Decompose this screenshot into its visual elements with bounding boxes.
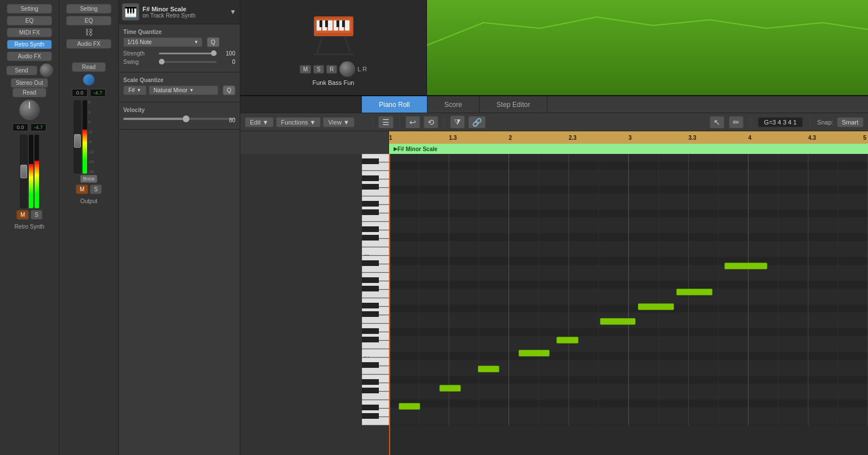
eq-button-right[interactable]: EQ bbox=[66, 16, 111, 25]
fader-left[interactable] bbox=[20, 135, 28, 208]
piano-roll-editor: Piano Roll Score Step Editor Edit ▼ Func… bbox=[240, 96, 868, 455]
fader-section-right: 630-3-6-12-24-48 bbox=[74, 100, 104, 174]
track-arrow-button[interactable]: ▼ bbox=[230, 8, 236, 16]
pencil-btn[interactable]: ✏ bbox=[729, 116, 744, 128]
tab-piano-roll[interactable]: Piano Roll bbox=[362, 96, 427, 113]
functions-button[interactable]: Functions ▼ bbox=[276, 117, 321, 127]
quantize-q-button[interactable]: Q bbox=[207, 37, 219, 47]
svg-rect-60 bbox=[362, 303, 379, 308]
scale-key-dropdown[interactable]: F# ▼ bbox=[123, 85, 146, 95]
link-btn[interactable]: 🔗 bbox=[468, 116, 486, 128]
solo-button-left[interactable]: S bbox=[31, 210, 42, 220]
svg-rect-50 bbox=[362, 158, 379, 164]
meter-fill-right bbox=[83, 130, 87, 174]
strength-slider[interactable] bbox=[159, 53, 217, 54]
fader-handle-left[interactable] bbox=[20, 165, 27, 178]
velocity-slider-container: 80 bbox=[123, 118, 235, 120]
separator-1 bbox=[372, 117, 373, 128]
piano-keys-svg[interactable]: C5 bbox=[362, 154, 389, 426]
mute-btn-track[interactable]: M bbox=[300, 65, 311, 74]
meter-left-2 bbox=[34, 135, 39, 208]
velocity-slider[interactable] bbox=[123, 118, 235, 120]
tab-score[interactable]: Score bbox=[427, 96, 480, 113]
stereo-out-button[interactable]: Stereo Out bbox=[11, 78, 48, 88]
audio-fx-button-left[interactable]: Audio FX bbox=[7, 51, 52, 61]
left-channel-strip: Setting EQ MIDI FX Retro Synth Audio FX … bbox=[0, 0, 59, 455]
level-value-left-1: 0.0 bbox=[12, 123, 28, 131]
svg-rect-59 bbox=[362, 286, 379, 291]
ruler-mark-4: 4 bbox=[748, 135, 752, 141]
setting-button-left[interactable]: Setting bbox=[7, 4, 52, 14]
solo-button-right[interactable]: S bbox=[90, 184, 102, 194]
strength-handle[interactable] bbox=[211, 50, 217, 56]
fader-right[interactable] bbox=[74, 100, 81, 174]
audio-fx-button-right[interactable]: Audio FX bbox=[66, 39, 111, 49]
tab-step-editor[interactable]: Step Editor bbox=[480, 96, 547, 113]
midi-note-8[interactable] bbox=[676, 289, 712, 295]
bounce-label[interactable]: Bnce bbox=[80, 175, 98, 183]
editor-tabs: Piano Roll Score Step Editor bbox=[240, 96, 868, 113]
synth-image bbox=[303, 9, 365, 60]
snap-dropdown[interactable]: Smart bbox=[837, 117, 863, 127]
setting-button-right[interactable]: Setting bbox=[66, 4, 111, 14]
green-region[interactable] bbox=[427, 0, 868, 95]
pan-knob-right[interactable] bbox=[83, 74, 94, 85]
grid-area[interactable] bbox=[389, 154, 868, 455]
midi-note-7[interactable] bbox=[638, 303, 674, 310]
midi-note-1[interactable] bbox=[399, 403, 420, 410]
midi-note-3[interactable] bbox=[478, 366, 499, 372]
grid-svg bbox=[389, 154, 868, 426]
svg-rect-66 bbox=[362, 388, 379, 393]
list-icon-btn[interactable]: ☰ bbox=[378, 116, 394, 128]
read-button-right[interactable]: Read bbox=[72, 62, 106, 72]
piano-roll-area: M S R L R Funk Bass Fun bbox=[240, 0, 868, 455]
send-button[interactable]: Send bbox=[6, 66, 37, 75]
midi-note-6[interactable] bbox=[600, 318, 636, 325]
mute-button-right[interactable]: M bbox=[76, 184, 88, 194]
read-button-left[interactable]: Read bbox=[12, 88, 46, 97]
send-knob[interactable] bbox=[40, 63, 53, 77]
edit-button[interactable]: Edit ▼ bbox=[245, 117, 274, 127]
scale-type-dropdown[interactable]: Natural Minor ▼ bbox=[149, 85, 219, 95]
strength-label: Strength bbox=[123, 50, 154, 57]
fader-section-left bbox=[20, 135, 39, 208]
l-r-label: L R bbox=[357, 66, 367, 72]
scale-q-button[interactable]: Q bbox=[223, 85, 235, 95]
midi-note-4[interactable] bbox=[519, 350, 550, 357]
rec-btn-track[interactable]: R bbox=[326, 65, 337, 74]
scale-key-chevron: ▼ bbox=[137, 88, 141, 93]
view-button[interactable]: View ▼ bbox=[323, 117, 355, 127]
svg-rect-54 bbox=[362, 209, 379, 215]
pointer-btn[interactable]: ↖ bbox=[710, 116, 724, 128]
scale-bar-left bbox=[240, 144, 389, 154]
fader-handle-right[interactable] bbox=[74, 134, 81, 148]
midi-note-2[interactable] bbox=[439, 385, 461, 392]
svg-rect-56 bbox=[362, 235, 379, 241]
meter-left bbox=[29, 135, 33, 208]
svg-rect-10 bbox=[336, 20, 339, 27]
main-knob-left[interactable] bbox=[19, 100, 40, 120]
swing-slider[interactable] bbox=[159, 61, 217, 63]
eq-button-left[interactable]: EQ bbox=[7, 16, 52, 25]
midi-note-9[interactable] bbox=[724, 263, 767, 269]
midi-fx-button[interactable]: MIDI FX bbox=[7, 28, 52, 37]
track-volume-knob[interactable] bbox=[339, 61, 355, 77]
rewind-btn[interactable]: ↩ bbox=[405, 116, 420, 128]
scale-bar-text: F# Minor Scale bbox=[398, 146, 438, 152]
swing-handle[interactable] bbox=[159, 59, 165, 65]
velocity-section: Velocity 80 bbox=[119, 102, 240, 130]
key-display: G=3 4 3 4 1 bbox=[758, 117, 803, 127]
toolbar: Edit ▼ Functions ▼ View ▼ ☰ ↩ ⟲ bbox=[240, 113, 868, 131]
ms-buttons-left: M S bbox=[16, 210, 42, 220]
ruler-mark-2-3: 2.3 bbox=[569, 135, 577, 141]
top-track-area: M S R L R Funk Bass Fun bbox=[240, 0, 868, 96]
filter-btn[interactable]: ⧩ bbox=[450, 115, 465, 128]
note-value-dropdown[interactable]: 1/16 Note ▼ bbox=[123, 37, 202, 47]
retro-synth-button[interactable]: Retro Synth bbox=[7, 40, 52, 49]
velocity-handle[interactable] bbox=[183, 115, 189, 122]
mute-button-left[interactable]: M bbox=[16, 210, 29, 220]
svg-rect-61 bbox=[362, 311, 379, 317]
midi-note-5[interactable] bbox=[556, 337, 578, 344]
solo-btn-track[interactable]: S bbox=[313, 65, 324, 74]
cycle-btn[interactable]: ⟲ bbox=[424, 116, 438, 128]
